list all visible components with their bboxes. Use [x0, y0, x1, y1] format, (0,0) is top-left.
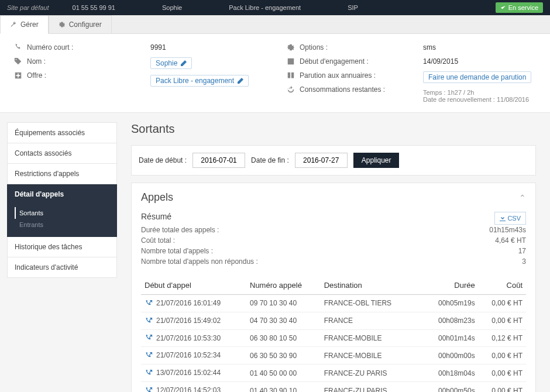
offer-value: Pack Libre - engagement	[156, 77, 234, 85]
outgoing-call-icon	[145, 300, 153, 308]
cell-duration: 00h18m04s	[414, 365, 479, 382]
sidebar-item-indicators[interactable]: Indicateurs d'activité	[7, 257, 117, 278]
cell-duration: 00h05m19s	[414, 295, 479, 312]
summary-value: 17	[518, 247, 526, 255]
outgoing-call-icon	[145, 352, 153, 360]
chevron-up-icon[interactable]: ⌃	[519, 193, 526, 202]
summary-label: Durée totale des appels :	[141, 226, 219, 234]
outgoing-call-icon	[145, 369, 153, 377]
tab-configure[interactable]: Configurer	[49, 15, 112, 33]
filter-bar: Date de début : Date de fin : Appliquer	[131, 145, 536, 176]
name-value: Sophie	[156, 59, 177, 67]
csv-label: CSV	[507, 215, 521, 222]
short-number-value: 9991	[150, 43, 166, 51]
cell-start: 12/07/2016 14:52:03	[141, 382, 246, 392]
table-header: Destination	[321, 276, 414, 295]
name-edit-link[interactable]: Sophie	[150, 57, 192, 69]
name-label: Nom :	[27, 57, 115, 66]
apply-button[interactable]: Appliquer	[353, 153, 400, 168]
sidebar-item-contacts[interactable]: Contacts associés	[7, 143, 117, 164]
cell-start: 21/07/2016 10:53:30	[141, 329, 246, 347]
cell-number: 09 70 10 30 40	[246, 295, 321, 312]
topbar-phone: 01 55 55 99 91	[49, 4, 139, 11]
download-icon	[500, 215, 506, 221]
cell-destination: FRANCE-ZU PARIS	[321, 382, 414, 392]
summary-label: Nombre total d'appels :	[141, 247, 213, 255]
summary-row: Durée totale des appels :01h15m43s	[141, 225, 526, 235]
sidebar-item-call-details[interactable]: Détail d'appels	[7, 184, 117, 205]
cell-cost: 0,00 € HT	[479, 295, 526, 312]
export-csv-button[interactable]: CSV	[494, 212, 526, 225]
end-date-input[interactable]	[295, 153, 348, 168]
cell-destination: FRANCE-MOBILE	[321, 347, 414, 365]
cell-cost: 0,00 € HT	[479, 312, 526, 329]
refresh-icon	[287, 85, 295, 94]
cell-cost: 0,00 € HT	[479, 347, 526, 365]
check-icon	[500, 5, 506, 11]
sidebar-submenu: Sortants Entrants	[7, 205, 117, 237]
cell-start: 21/07/2016 16:01:49	[141, 295, 246, 312]
table-header: Durée	[414, 276, 479, 295]
engagement-label: Début d'engagement :	[300, 57, 387, 66]
cell-destination: FRANCE-OBL TIERS	[321, 295, 414, 312]
cell-start: 13/07/2016 15:02:44	[141, 365, 246, 382]
sidebar-item-restrictions[interactable]: Restrictions d'appels	[7, 164, 117, 184]
cell-start: 21/07/2016 10:52:34	[141, 347, 246, 365]
topbar-user: Sophie	[139, 4, 205, 11]
cell-cost: 0,12 € HT	[479, 329, 526, 347]
sidebar: Équipements associés Contacts associés R…	[0, 113, 117, 392]
cell-cost: 0,00 € HT	[479, 382, 526, 392]
cell-destination: FRANCE	[321, 312, 414, 329]
site-label: Site par défaut	[7, 4, 49, 11]
sidebar-sub-incoming[interactable]: Entrants	[15, 219, 109, 231]
cell-destination: FRANCE-ZU PARIS	[321, 365, 414, 382]
cell-duration: 00h00m50s	[414, 382, 479, 392]
tab-configure-label: Configurer	[69, 20, 102, 29]
tab-manage[interactable]: Gérer	[0, 15, 49, 34]
start-date-input[interactable]	[192, 153, 245, 168]
summary-value: 3	[522, 257, 526, 266]
tab-bar: Gérer Configurer	[0, 15, 550, 34]
summary-label: Coût total :	[141, 236, 175, 245]
table-row: 12/07/2016 14:52:0301 40 30 90 10FRANCE-…	[141, 382, 526, 392]
summary-title: Résumé	[141, 212, 171, 221]
status-text: En service	[508, 4, 538, 11]
outgoing-call-icon	[145, 317, 153, 325]
table-row: 21/07/2016 16:01:4909 70 10 30 40FRANCE-…	[141, 295, 526, 312]
detail-panel: Numéro court : Nom : Offre : 9991 Sophie…	[0, 34, 550, 113]
sidebar-item-history[interactable]: Historique des tâches	[7, 237, 117, 257]
wrench-icon	[10, 21, 17, 28]
cell-number: 01 40 30 90 10	[246, 382, 321, 392]
summary-value: 01h15m43s	[489, 226, 526, 234]
topbar: Site par défaut 01 55 55 99 91 Sophie Pa…	[0, 0, 550, 15]
consumption-renewal: Date de renouvellement : 11/08/2016	[423, 96, 536, 103]
calendar-icon	[287, 57, 295, 66]
phone-icon	[14, 43, 22, 51]
topbar-pack: Pack Libre - engagement	[205, 4, 324, 11]
summary-value: 4,64 € HT	[495, 236, 526, 245]
book-icon	[287, 71, 295, 80]
pencil-icon	[181, 60, 187, 66]
filter-end-label: Date de fin :	[251, 156, 289, 164]
cell-number: 06 30 80 10 50	[246, 329, 321, 347]
gear-icon	[59, 21, 66, 28]
tab-manage-label: Gérer	[20, 20, 39, 29]
table-row: 21/07/2016 15:49:0204 70 30 30 40FRANCE0…	[141, 312, 526, 329]
directory-label: Parution aux annuaires :	[300, 71, 387, 80]
short-number-label: Numéro court :	[27, 43, 115, 51]
cell-destination: FRANCE-MOBILE	[321, 329, 414, 347]
sidebar-item-equipment[interactable]: Équipements associés	[7, 122, 117, 143]
summary-row: Coût total :4,64 € HT	[141, 235, 526, 246]
offer-edit-link[interactable]: Pack Libre - engagement	[150, 75, 249, 87]
cell-duration: 00h01m14s	[414, 329, 479, 347]
cell-number: 06 30 50 30 90	[246, 347, 321, 365]
directory-request-link[interactable]: Faire une demande de parution	[423, 71, 531, 83]
gear-icon	[287, 43, 295, 51]
panel-title: Appels	[141, 191, 173, 204]
engagement-value: 14/09/2015	[423, 57, 458, 66]
cell-duration: 00h00m00s	[414, 347, 479, 365]
table-header: Début d'appel	[141, 276, 246, 295]
sidebar-sub-outgoing[interactable]: Sortants	[15, 207, 109, 219]
plus-icon	[14, 71, 22, 80]
cell-start: 21/07/2016 15:49:02	[141, 312, 246, 329]
